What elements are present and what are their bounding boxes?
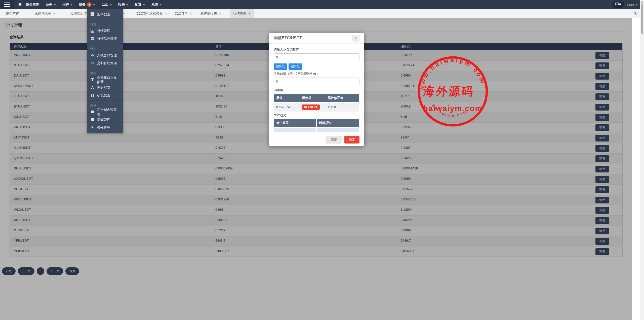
cancel-button[interactable]: 取消 [326,136,342,144]
scrollbar-thumb[interactable] [641,4,643,34]
cumulative-value: 100.0 [325,102,359,112]
dialog-footer: 取消 确定 [269,133,364,146]
nav-label: 配置 [135,2,141,7]
menu-label: 余额收益下发配置 [97,75,120,84]
adjust-values-table: 原值 调整后 累计修正值 87578.74 87778.74 100.0 [274,94,359,112]
share-nodes-icon [90,86,95,89]
nav-item-user[interactable]: 用户 [59,0,76,9]
tab-market-management[interactable]: 行情管理✕ [230,9,254,18]
nav-item-system[interactable]: 系统 [148,0,165,9]
close-button[interactable]: × [352,35,359,42]
nav-item-c2c[interactable]: C2C [98,0,115,9]
home-icon[interactable] [18,3,22,6]
trend-table: 待生效值 时间(秒) [274,119,359,132]
nav-label: 系统 [151,2,158,7]
menu-label: 行情管理 [97,29,110,33]
menu-label: 行情品种管理 [97,37,117,41]
close-icon[interactable]: ✕ [165,12,167,15]
menu-item-miner-config[interactable]: 矿机配置 [87,91,123,99]
nav-item-report[interactable]: 报表 [115,0,132,9]
menu-item-exchange-rate-config[interactable]: H 汇率配置 [87,10,123,18]
nav-label: 报表 [118,2,125,7]
tab-c2c-payment-template[interactable]: C2C支付方式模板✕ [136,9,168,18]
chevron-down-icon [159,4,162,6]
col-original: 原值 [274,94,299,102]
col-adjusted: 调整后 [299,94,325,102]
nav-label: 用户 [62,2,69,7]
menu-item-perpetual-contract-management[interactable]: ⚙ 永续合约管理 [87,51,123,59]
menu-item-market-management[interactable]: 行情管理 [87,27,123,35]
nav-label: 业务 [46,2,52,7]
nav-item-business[interactable]: 业务 [43,0,59,9]
menu-label: 用户端内容管理 [97,108,120,117]
trend-seconds-input[interactable] [274,78,359,85]
menu-divider [87,19,123,19]
adjust-value-input[interactable] [274,53,359,61]
close-icon[interactable]: ✕ [53,12,55,15]
menu-item-wealth-config[interactable]: 理财配置 [87,84,123,91]
menu-item-market-variety-management[interactable]: 行情品种管理 [87,35,123,43]
tab-label: C2C支付方式模板 [137,11,163,16]
chevron-down-icon [110,4,112,6]
menu-item-news-management[interactable]: 新闻管理 [87,116,123,124]
dialog-header: 调整BTC/USDT × [269,33,364,44]
top-navbar: 综合查询 业务 用户 财务1 C2C 报表 配置 系统 root [0,0,644,9]
close-icon[interactable]: ✕ [190,12,192,15]
menu-section-market: 行情 [87,20,123,27]
tab-summary[interactable]: 综合查询 [6,9,20,18]
menu-section-wealth: 财富 [87,69,123,76]
flag-icon: ⚑ [90,126,95,129]
menu-item-banner-management[interactable]: ⚑ 横幅管理 [87,124,123,131]
adjust-dialog: 调整BTC/USDT × 请输入正负调整值 加0.01 减0.01 生效趋势（秒… [269,33,364,146]
menu-label: 汇率配置 [97,12,110,17]
nav-item-config[interactable]: 配置 [132,0,148,9]
tab-c2c-orders[interactable]: C2C订单✕ [174,9,192,18]
menu-item-delivery-contract-management[interactable]: ⚙ 交割合约管理 [87,59,123,67]
close-icon[interactable]: ✕ [219,12,221,15]
navbar-right: root [612,1,644,8]
bar-chart-icon [90,29,95,33]
chevron-down-icon [635,4,637,6]
adjusted-value-badge: 87778.74 [302,104,319,110]
quick-adjust-buttons: 加0.01 减0.01 [274,63,359,70]
tab-label: 综合查询 [6,11,19,16]
username: root [627,3,634,7]
tab-label: 行情管理 [233,11,246,16]
menu-section-content: 内容 [87,101,123,108]
gears-icon: ⚙ [90,53,95,57]
tab-label: C2C订单 [175,11,188,16]
col-time-seconds: 时间(秒) [317,119,360,127]
minus-0.01-button[interactable]: 减0.01 [289,63,302,70]
confirm-button[interactable]: 确定 [344,136,359,144]
menu-item-client-content-management[interactable]: 用户端内容管理 [87,108,123,116]
menu-label: 永续合约管理 [97,53,117,58]
close-icon[interactable]: ✕ [248,12,251,15]
nav-item-summary[interactable]: 综合查询 [23,0,43,9]
adjust-values-row: 87578.74 87778.74 100.0 [274,102,359,112]
menu-section-contract: 合约 [87,45,123,51]
briefcase-icon [90,94,95,97]
menu-item-balance-income-config[interactable]: T 余额收益下发配置 [87,76,123,84]
nav-label: C2C [102,3,108,7]
user-menu[interactable]: root [627,3,637,7]
scroll-up-icon[interactable] [641,1,643,3]
hamburger-menu-icon[interactable] [0,0,14,9]
scrollbar[interactable] [640,0,644,320]
tab-label: 总充提报表 [200,11,217,16]
chevron-down-icon [126,4,128,6]
menu-divider [87,100,123,100]
menu-label: 理财配置 [97,85,110,90]
nav-item-finance[interactable]: 财务1 [76,0,98,9]
adjust-table-label: 调整值 [274,88,359,92]
chat-button[interactable] [612,1,624,8]
gear-icon: ⚙ [90,61,95,65]
tab-deposit-withdraw-report[interactable]: 总充提报表✕ [200,9,222,18]
notification-badge: 1 [87,2,92,7]
nav-label: 综合查询 [26,2,39,7]
tab-perpetual-positions[interactable]: 永续持仓单✕ [34,9,56,18]
right-margin [632,18,640,320]
add-0.01-button[interactable]: 加0.01 [274,63,287,70]
nav-label: 财务 [79,2,86,7]
dialog-body: 请输入正负调整值 加0.01 减0.01 生效趋势（秒，0秒为即时生效） 调整值… [269,44,364,132]
refresh-icon[interactable]: ↻ [634,11,638,17]
